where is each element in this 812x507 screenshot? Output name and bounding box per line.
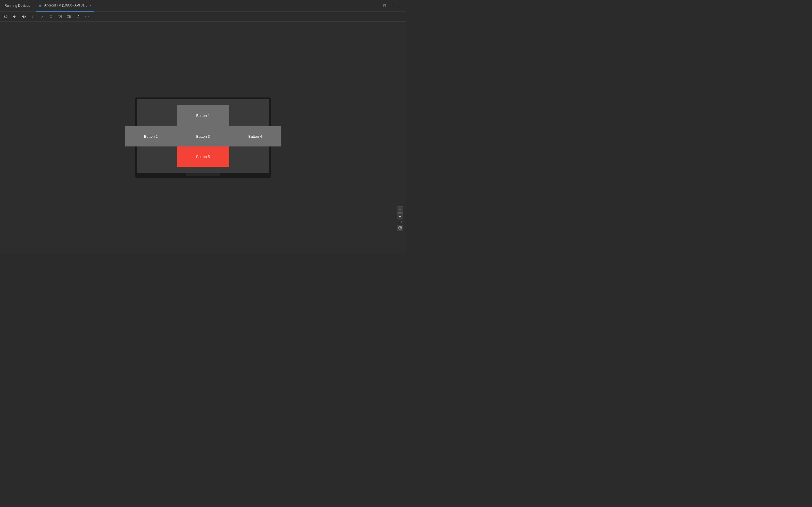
title-bar: Running Devices 📺 Android TV (1080p) API… — [0, 0, 406, 11]
volume-up-icon[interactable] — [20, 13, 27, 20]
button-row-2: Button 2 Button 3 Button 4 — [125, 126, 282, 147]
main-content: Button 1 Button 2 Button 3 Button 4 Butt… — [0, 22, 406, 253]
button-grid: Button 1 Button 2 Button 3 Button 4 Butt… — [125, 105, 282, 167]
zoom-fit-button[interactable] — [397, 225, 403, 231]
title-bar-left: Running Devices 📺 Android TV (1080p) API… — [2, 0, 382, 11]
home-icon[interactable]: ○ — [38, 13, 45, 20]
tv-screen: Button 1 Button 2 Button 3 Button 4 Butt… — [137, 99, 269, 173]
screenshot-icon[interactable] — [56, 13, 63, 20]
toolbar: ⏻ ◁ ○ □ ↺ ⋯ — [0, 11, 406, 22]
expand-button[interactable]: ⊡ — [382, 3, 387, 8]
zoom-level-label: 1:1 — [397, 220, 403, 224]
tab-label: Android TV (1080p) API 31 3 — [44, 3, 87, 7]
button-3[interactable]: Button 3 — [177, 126, 229, 147]
back-icon[interactable]: ◁ — [29, 13, 36, 20]
screen-record-icon[interactable] — [65, 13, 72, 20]
recents-icon[interactable]: □ — [47, 13, 54, 20]
button-2[interactable]: Button 2 — [125, 126, 177, 147]
volume-down-icon[interactable] — [11, 13, 18, 20]
power-icon[interactable]: ⏻ — [2, 13, 9, 20]
svg-rect-2 — [67, 15, 70, 18]
svg-rect-3 — [399, 226, 402, 229]
tab-icon: 📺 — [39, 4, 43, 7]
zoom-in-button[interactable]: + — [397, 207, 403, 213]
button-5[interactable]: Button 5 — [177, 147, 229, 167]
rotate-icon[interactable]: ↺ — [74, 13, 81, 20]
minimize-button[interactable]: — — [397, 3, 402, 8]
button-1[interactable]: Button 1 — [177, 105, 229, 126]
device-tab[interactable]: 📺 Android TV (1080p) API 31 3 × — [36, 0, 94, 11]
running-devices-label: Running Devices — [2, 4, 33, 8]
zoom-out-button[interactable]: − — [397, 213, 403, 219]
button-4[interactable]: Button 4 — [229, 126, 282, 147]
tv-stand — [186, 173, 220, 176]
zoom-controls: + − 1:1 — [397, 207, 403, 231]
button-row-1: Button 1 — [177, 105, 229, 126]
menu-button[interactable]: ⋮ — [390, 3, 394, 8]
tv-frame: Button 1 Button 2 Button 3 Button 4 Butt… — [135, 98, 271, 178]
tab-close-button[interactable]: × — [90, 4, 91, 7]
more-options-icon[interactable]: ⋯ — [84, 13, 90, 20]
title-bar-right: ⊡ ⋮ — — [382, 3, 404, 8]
svg-point-1 — [59, 16, 61, 17]
button-row-3: Button 5 — [177, 147, 229, 167]
